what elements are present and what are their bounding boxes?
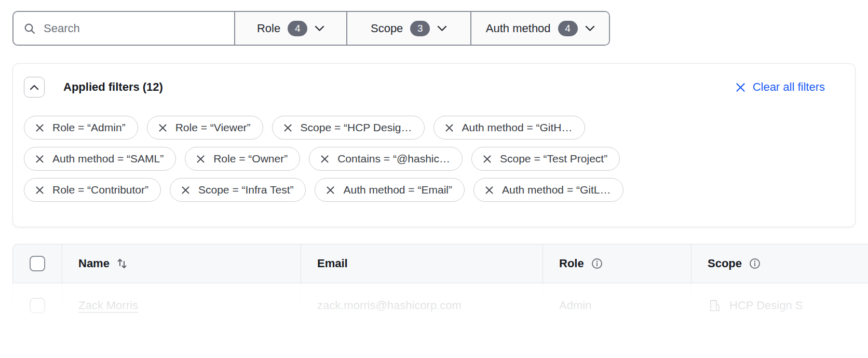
search-icon [23,22,36,35]
filter-tag-label: Scope = “Infra Test” [198,184,293,196]
clear-all-filters-label: Clear all filters [753,80,825,94]
scope-filter-dropdown[interactable]: Scope 3 [346,12,471,45]
filter-tag-label: Auth method = “GitH… [462,121,573,134]
remove-filter-icon[interactable] [326,185,335,195]
search-field [13,12,234,45]
email-cell: zack.morris@hashicorp.com [301,283,542,327]
column-header-name[interactable]: Name [62,244,301,283]
filter-tag: Role = “Admin” [24,116,138,140]
remove-filter-icon[interactable] [196,154,206,164]
auth-method-filter-dropdown[interactable]: Auth method 4 [470,12,609,45]
filter-toolbar: Role 4 Scope 3 Auth method 4 [12,11,610,46]
filter-tag-label: Scope = “Test Project” [500,153,607,165]
collapse-filters-button[interactable] [24,77,45,98]
filter-tag-label: Contains = “@hashic… [337,153,450,165]
user-name-link[interactable]: Zack Morris [78,299,138,312]
role-filter-dropdown[interactable]: Role 4 [234,12,346,45]
column-label: Email [317,257,348,270]
applied-filter-tags: Role = “Admin” Role = “Viewer” Scope = “… [24,116,623,202]
remove-filter-icon[interactable] [283,123,293,133]
close-icon [735,82,746,93]
filter-tag-label: Role = “Owner” [213,153,288,165]
filter-tag-label: Role = “Viewer” [175,121,251,134]
auth-method-dropdown-label: Auth method [486,22,551,35]
chevron-down-icon [585,25,595,32]
role-cell: Admin [542,283,691,327]
user-filter-screen: Role 4 Scope 3 Auth method 4 [0,0,868,358]
filter-tag: Auth method = “GitL… [473,178,623,202]
filter-tag: Scope = “HCP Desig… [272,116,425,140]
column-header-email: Email [301,244,542,283]
filter-tag: Auth method = “SAML” [24,147,176,171]
remove-filter-icon[interactable] [444,123,454,133]
scope-cell: HCP Design S [691,283,868,327]
tag-row: Role = “Admin” Role = “Viewer” Scope = “… [24,116,623,140]
filter-tag-label: Scope = “HCP Desig… [301,121,412,134]
filter-tag: Role = “Contributor” [24,178,161,202]
remove-filter-icon[interactable] [181,185,191,195]
user-role: Admin [559,299,591,312]
filter-tag-label: Role = “Admin” [52,121,126,134]
filter-tag-label: Auth method = “SAML” [52,153,164,165]
applied-filters-header: Applied filters (12) Clear all filters [24,77,825,98]
tag-row: Role = “Contributor” Scope = “Infra Test… [24,178,623,202]
remove-filter-icon[interactable] [482,154,492,164]
applied-filters-panel: Applied filters (12) Clear all filters R… [12,63,856,227]
scope-dropdown-label: Scope [371,22,403,35]
role-count-badge: 4 [288,21,307,36]
filter-tag: Role = “Viewer” [147,116,263,140]
column-label: Name [78,257,110,270]
remove-filter-icon[interactable] [35,154,45,164]
clear-all-filters-button[interactable]: Clear all filters [735,80,825,94]
filter-tag-label: Role = “Contributor” [52,184,148,196]
filter-tag: Auth method = “GitH… [433,116,585,140]
org-building-icon [708,298,722,313]
remove-filter-icon[interactable] [320,154,330,164]
user-email: zack.morris@hashicorp.com [317,299,462,312]
scope-count-badge: 3 [410,21,430,36]
search-input[interactable] [44,22,224,35]
role-dropdown-label: Role [257,22,280,35]
table-row: Zack Morris zack.morris@hashicorp.com Ad… [12,283,868,328]
tag-row: Auth method = “SAML” Role = “Owner” Cont… [24,147,623,171]
chevron-up-icon [30,85,39,90]
select-all-checkbox[interactable] [30,256,45,271]
chevron-down-icon [437,25,447,32]
name-cell: Zack Morris [62,283,301,327]
filter-tag-label: Auth method = “GitL… [502,184,611,196]
filter-tag: Scope = “Infra Test” [170,178,306,202]
auth-method-count-badge: 4 [558,21,578,36]
column-label: Role [559,257,584,270]
filter-tag-label: Auth method = “Email” [343,184,452,196]
column-header-scope: Scope [691,244,868,283]
row-checkbox[interactable] [30,298,45,313]
sort-arrows-icon[interactable] [116,257,128,270]
filter-tag: Auth method = “Email” [315,178,465,202]
info-icon[interactable] [591,257,603,270]
remove-filter-icon[interactable] [158,123,168,133]
column-header-role: Role [542,244,691,283]
filter-tag: Role = “Owner” [185,147,300,171]
remove-filter-icon[interactable] [484,185,494,195]
info-icon[interactable] [749,257,761,270]
row-select-cell [13,283,62,327]
remove-filter-icon[interactable] [35,185,45,195]
applied-filters-title: Applied filters (12) [63,80,163,94]
table-header-row: Name Email Role [12,244,868,283]
filter-tag: Contains = “@hashic… [309,147,463,171]
remove-filter-icon[interactable] [35,123,45,133]
column-label: Scope [708,257,742,270]
users-table: Name Email Role [12,244,868,328]
chevron-down-icon [315,25,324,32]
filter-tag: Scope = “Test Project” [471,147,620,171]
select-all-cell [13,244,62,283]
user-scope: HCP Design S [729,299,803,312]
